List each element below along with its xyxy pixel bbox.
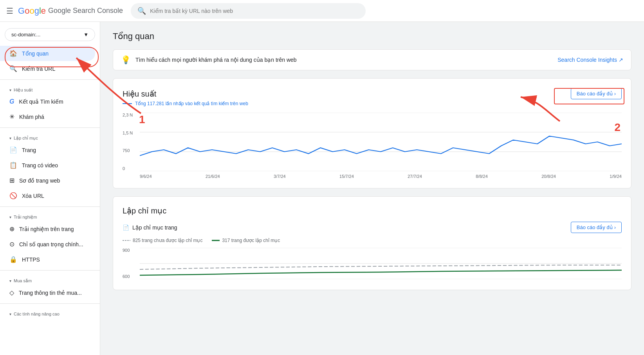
chevron-icon: ▾ [9, 312, 11, 316]
search-input[interactable] [150, 8, 359, 14]
x-label-3: 3/7/24 [274, 174, 286, 179]
remove-url-icon: 🚫 [9, 192, 17, 199]
divider-3 [0, 206, 100, 207]
sitemap-icon: ⊞ [9, 177, 14, 184]
lightbulb-icon: 💡 [121, 55, 131, 65]
info-banner: 💡 Tìm hiểu cách mọi người khám phá ra nộ… [113, 49, 631, 70]
section-lap-chi-muc[interactable]: ▾ Lập chỉ mục [0, 131, 100, 142]
home-icon: 🏠 [9, 50, 17, 57]
sidebar-item-trai-nghiem-tren-trang[interactable]: ⊕ Trải nghiệm trên trang [0, 221, 95, 237]
sidebar-item-label: HTTPS [22, 256, 40, 263]
legend-item-unindexed: 825 trang chưa được lập chỉ mục [123, 238, 202, 243]
section-cac-tinh-nang[interactable]: ▾ Các tính năng nâng cao [0, 307, 100, 318]
sidebar-item-trang-thong-tin[interactable]: ◇ Trang thông tin thẻ mua... [0, 285, 95, 300]
performance-report-link[interactable]: Báo cáo đầy đủ › [571, 88, 622, 99]
divider-5 [0, 303, 100, 304]
section-label: Mua sắm [14, 278, 32, 283]
section-label: Các tính năng nâng cao [14, 312, 60, 316]
main-content: Tổng quan 💡 Tìm hiểu cách mọi người khám… [100, 22, 644, 355]
y-label-2: 1,5 N [123, 131, 137, 135]
x-label-7: 20/8/24 [541, 174, 556, 179]
page-icon: 📄 [9, 146, 17, 154]
indexing-report-link[interactable]: Báo cáo đầy đủ › [571, 222, 622, 233]
indexing-y-axis: 900 600 [123, 248, 137, 280]
legend-line-gray-svg [123, 238, 130, 242]
sidebar: sc-domain:... ▼ 🏠 Tổng quan 🔍 Kiểm tra U… [0, 22, 100, 355]
legend-line-green-svg [212, 238, 220, 242]
lock-icon: 🔒 [9, 256, 17, 263]
google-icon: G [9, 98, 14, 105]
search-console-insights-link[interactable]: Search Console Insights ↗ [557, 57, 623, 63]
performance-chart-area: 9/6/24 21/6/24 3/7/24 15/7/24 27/7/24 8/… [140, 113, 622, 179]
sidebar-item-label: Xóa URL [22, 193, 44, 199]
sidebar-item-ket-qua-tim-kiem[interactable]: G Kết quả Tìm kiếm [0, 94, 95, 109]
performance-header: Hiệu suất Báo cáo đầy đủ › [123, 88, 622, 99]
property-selector[interactable]: sc-domain:... ▼ [5, 28, 95, 41]
topbar: ☰ Google Google Search Console 🔍 [0, 0, 644, 22]
sidebar-item-label: Trang [22, 147, 36, 153]
sidebar-item-chi-so[interactable]: ⊙ Chỉ số quan trọng chính... [0, 237, 95, 252]
performance-subtitle: Tổng 117.281 lần nhấp vào kết quả tìm ki… [123, 101, 622, 106]
performance-card: Hiệu suất Báo cáo đầy đủ › Tổng 117.281 … [113, 78, 631, 188]
section-label: Hiệu suất [14, 88, 32, 93]
sidebar-item-trang-co-video[interactable]: 📋 Trang có video [0, 158, 95, 173]
indexing-card: Lập chỉ mục 📄 Lập chỉ mục trang Báo cáo … [113, 196, 631, 290]
chevron-down-icon: ▼ [83, 32, 88, 38]
y-label-4: 0 [123, 166, 137, 171]
indexing-report-label: Báo cáo đầy đủ [577, 224, 613, 230]
x-label-1: 9/6/24 [140, 174, 152, 179]
sidebar-item-label: Trang thông tin thẻ mua... [19, 290, 82, 296]
sidebar-item-xoa-url[interactable]: 🚫 Xóa URL [0, 188, 95, 203]
search-icon: 🔍 [137, 7, 146, 15]
sidebar-item-so-do-trang-web[interactable]: ⊞ Sơ đồ trang web [0, 173, 95, 188]
sidebar-item-https[interactable]: 🔒 HTTPS [0, 252, 95, 267]
legend-label-unindexed: 825 trang chưa được lập chỉ mục [133, 238, 202, 243]
legend-item-indexed: 317 trang được lập chỉ mục [212, 238, 280, 243]
page-title: Tổng quan [113, 31, 631, 41]
indexing-title: Lập chỉ mục [123, 206, 622, 215]
x-axis: 9/6/24 21/6/24 3/7/24 15/7/24 27/7/24 8/… [140, 174, 622, 179]
video-page-icon: 📋 [9, 161, 17, 169]
performance-chart-svg [140, 113, 622, 171]
x-label-6: 8/8/24 [476, 174, 488, 179]
x-label-5: 27/7/24 [408, 174, 422, 179]
y-label-900: 900 [123, 248, 137, 253]
y-label-1: 2,3 N [123, 113, 137, 117]
performance-title: Hiệu suất [123, 89, 156, 99]
sidebar-item-label: Chỉ số quan trọng chính... [19, 241, 83, 247]
layout: sc-domain:... ▼ 🏠 Tổng quan 🔍 Kiểm tra U… [0, 22, 644, 355]
app-logo: Google Google Search Console [18, 6, 123, 16]
section-label: Lập chỉ mục [14, 136, 38, 141]
sidebar-item-kiem-tra-url[interactable]: 🔍 Kiểm tra URL [0, 61, 95, 76]
indexing-chart-wrapper: 900 600 [123, 248, 622, 280]
section-mua-sam[interactable]: ▾ Mua sắm [0, 274, 100, 285]
external-link-icon: ↗ [619, 57, 623, 63]
info-banner-left: 💡 Tìm hiểu cách mọi người khám phá ra nộ… [121, 55, 297, 65]
x-label-4: 15/7/24 [339, 174, 354, 179]
subtitle-text: Tổng 117.281 lần nhấp vào kết quả tìm ki… [135, 101, 248, 106]
sidebar-property[interactable]: sc-domain:... ▼ [5, 28, 95, 41]
y-axis: 2,3 N 1,5 N 750 0 [123, 113, 137, 179]
y-label-600: 600 [123, 274, 137, 279]
sidebar-item-label: Kết quả Tìm kiếm [19, 99, 63, 105]
sidebar-item-label: Trang có video [22, 162, 58, 169]
divider-2 [0, 127, 100, 128]
section-hieu-suat[interactable]: ▾ Hiệu suất [0, 83, 100, 94]
property-label: sc-domain:... [11, 32, 40, 38]
search-bar[interactable]: 🔍 [131, 3, 366, 19]
sidebar-item-kham-pha[interactable]: ✳ Khám phá [0, 109, 95, 124]
sidebar-item-trang[interactable]: 📄 Trang [0, 142, 95, 158]
legend-label-indexed: 317 trang được lập chỉ mục [222, 238, 280, 243]
section-trai-nghiem[interactable]: ▾ Trải nghiệm [0, 210, 100, 221]
indexing-legend: 825 trang chưa được lập chỉ mục 317 tran… [123, 238, 622, 243]
page-icon-small: 📄 [123, 224, 129, 231]
insights-link-label: Search Console Insights [557, 57, 617, 63]
divider-4 [0, 270, 100, 271]
indexing-chart-svg [140, 248, 622, 279]
menu-icon[interactable]: ☰ [6, 6, 13, 16]
chevron-right-icon: › [614, 224, 616, 230]
chevron-right-icon: › [614, 91, 616, 97]
indexing-sub-left: 📄 Lập chỉ mục trang [123, 224, 177, 231]
chevron-icon: ▾ [9, 279, 11, 283]
sidebar-item-tong-quan[interactable]: 🏠 Tổng quan [0, 46, 95, 61]
